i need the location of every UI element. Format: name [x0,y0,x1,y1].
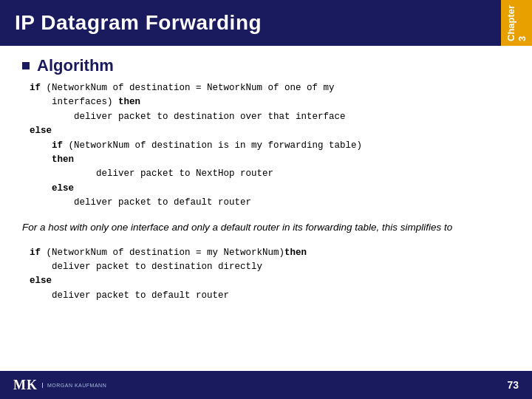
code-line: else [30,274,495,288]
code-block-second: if (NetworkNum of destination = my Netwo… [30,246,495,304]
code-block-first: if (NetworkNum of destination = NetworkN… [30,81,495,210]
page-number: 73 [507,379,519,391]
prose-paragraph: For a host with only one interface and o… [22,220,495,235]
code-line: else [30,124,495,138]
code-line: else [30,182,495,196]
code-line: deliver packet to default router [30,196,495,210]
algorithm-heading: Algorithm [22,56,495,75]
logo-text: MK [13,378,38,393]
bullet-icon [22,62,30,69]
footer: MK MORGAN KAUFMANN 73 [0,371,532,399]
header: IP Datagram Forwarding Chapter 3 [0,0,532,46]
code-line: if (NetworkNum of destination is in my f… [30,139,495,153]
algorithm-title: Algorithm [37,56,114,75]
footer-logo: MK MORGAN KAUFMANN [13,378,106,393]
page-title: IP Datagram Forwarding [15,11,262,35]
chapter-badge: Chapter 3 [501,0,532,46]
code-line: if (NetworkNum of destination = my Netwo… [30,246,495,260]
code-line: interfaces) then [30,95,495,109]
main-content: Algorithm if (NetworkNum of destination … [0,46,532,371]
page: IP Datagram Forwarding Chapter 3 Algorit… [0,0,532,399]
code-line: deliver packet to NextHop router [30,167,495,181]
code-line: if (NetworkNum of destination = NetworkN… [30,81,495,95]
code-line: deliver packet to destination directly [30,260,495,274]
logo-subtitle: MORGAN KAUFMANN [47,383,106,388]
code-line: deliver packet to destination over that … [30,110,495,124]
code-line: then [30,153,495,167]
code-line: deliver packet to default router [30,289,495,303]
